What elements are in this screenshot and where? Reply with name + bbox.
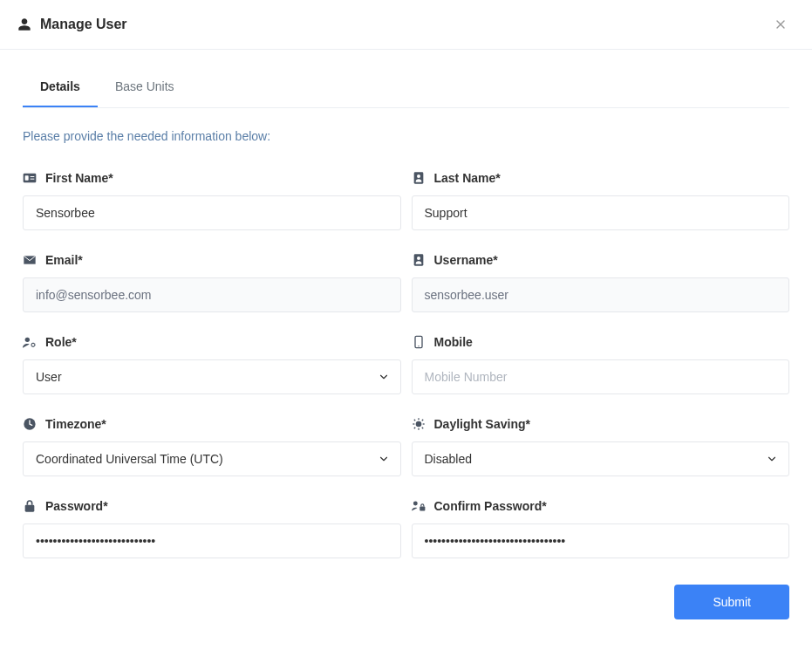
daylight-group: Daylight Saving* Disabled (412, 417, 790, 476)
email-group: Email* (23, 253, 401, 312)
password-group: Password* (23, 499, 401, 558)
sun-icon (412, 417, 426, 431)
svg-point-25 (413, 501, 417, 505)
timezone-select[interactable]: Coordinated Universal Time (UTC) (23, 441, 401, 476)
mobile-label: Mobile (412, 335, 790, 349)
timezone-group: Timezone* Coordinated Universal Time (UT… (23, 417, 401, 476)
modal-title-wrap: Manage User (17, 17, 127, 32)
email-input[interactable] (23, 277, 401, 312)
svg-point-15 (416, 421, 420, 426)
svg-rect-5 (31, 179, 35, 180)
svg-rect-4 (31, 176, 35, 177)
username-label-text: Username* (434, 253, 498, 267)
mobile-label-text: Mobile (434, 335, 473, 349)
user-gear-icon (23, 335, 37, 349)
close-icon (774, 17, 788, 31)
daylight-select[interactable]: Disabled (412, 441, 790, 476)
daylight-label-text: Daylight Saving* (434, 417, 530, 431)
modal-header: Manage User (0, 0, 812, 50)
instruction-text: Please provide the needed information be… (23, 129, 789, 143)
timezone-label: Timezone* (23, 417, 401, 431)
tabs: Details Base Units (23, 67, 789, 108)
submit-button[interactable]: Submit (674, 585, 789, 619)
svg-point-10 (25, 338, 30, 342)
id-card-icon (23, 171, 37, 185)
contact-icon (412, 253, 426, 267)
confirm-password-group: Confirm Password* (412, 499, 790, 558)
close-button[interactable] (767, 14, 795, 35)
last-name-input[interactable] (412, 195, 790, 230)
confirm-password-input[interactable] (412, 523, 790, 558)
modal-body: Details Base Units Please provide the ne… (0, 67, 812, 642)
email-label: Email* (23, 253, 401, 267)
username-input[interactable] (412, 277, 790, 312)
confirm-password-label-text: Confirm Password* (434, 499, 547, 513)
last-name-group: Last Name* (412, 171, 790, 230)
svg-line-18 (413, 420, 414, 421)
tab-base-units[interactable]: Base Units (98, 67, 192, 107)
confirm-password-label: Confirm Password* (412, 499, 790, 513)
first-name-label: First Name* (23, 171, 401, 185)
mobile-icon (412, 335, 426, 349)
page-title: Manage User (40, 17, 127, 32)
password-label-text: Password* (45, 499, 108, 513)
password-input[interactable] (23, 523, 401, 558)
form-grid: First Name* Last Name* Email* (23, 171, 789, 558)
first-name-label-text: First Name* (45, 171, 113, 185)
mobile-group: Mobile (412, 335, 790, 394)
envelope-icon (23, 253, 37, 267)
user-icon (17, 17, 31, 31)
svg-rect-24 (25, 505, 35, 512)
user-lock-icon (412, 499, 426, 513)
svg-point-9 (417, 257, 420, 260)
last-name-label: Last Name* (412, 171, 790, 185)
daylight-label: Daylight Saving* (412, 417, 790, 431)
svg-rect-3 (25, 175, 29, 180)
tab-details[interactable]: Details (23, 67, 98, 107)
username-group: Username* (412, 253, 790, 312)
role-group: Role* User (23, 335, 401, 394)
mobile-input[interactable] (412, 359, 790, 394)
badge-icon (412, 171, 426, 185)
form-footer: Submit (23, 585, 789, 619)
password-label: Password* (23, 499, 401, 513)
lock-icon (23, 499, 37, 513)
svg-line-19 (421, 428, 422, 428)
svg-rect-26 (420, 507, 425, 511)
role-label: Role* (23, 335, 401, 349)
first-name-group: First Name* (23, 171, 401, 230)
last-name-label-text: Last Name* (434, 171, 501, 185)
email-label-text: Email* (45, 253, 83, 267)
role-label-text: Role* (45, 335, 77, 349)
clock-icon (23, 417, 37, 431)
timezone-label-text: Timezone* (45, 417, 106, 431)
svg-point-7 (417, 174, 420, 178)
username-label: Username* (412, 253, 790, 267)
svg-line-23 (421, 420, 422, 421)
svg-line-22 (413, 428, 414, 428)
role-select[interactable]: User (23, 359, 401, 394)
first-name-input[interactable] (23, 195, 401, 230)
